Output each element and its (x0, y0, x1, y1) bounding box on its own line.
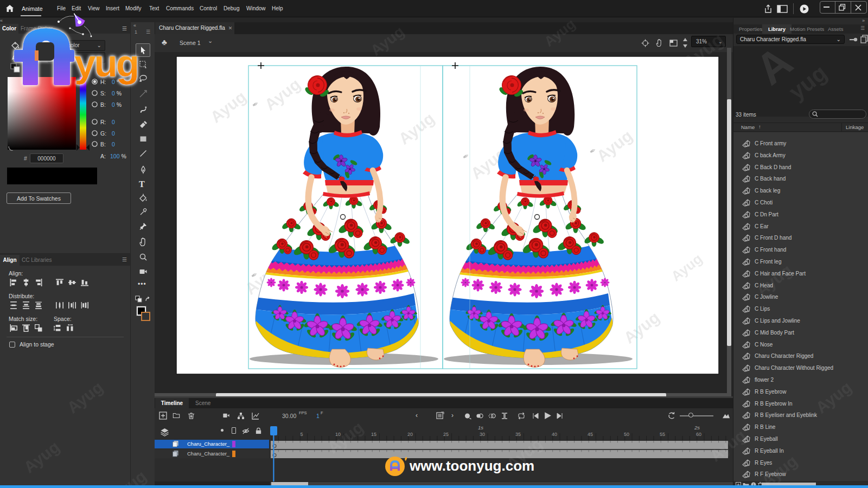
svg-text:2s: 2s (694, 425, 700, 431)
svg-text:55: 55 (660, 432, 665, 437)
svg-text:15: 15 (371, 432, 376, 437)
svg-text:30: 30 (480, 432, 485, 437)
svg-text:1s: 1s (478, 425, 483, 431)
svg-text:60: 60 (696, 432, 701, 437)
svg-text:40: 40 (552, 432, 557, 437)
svg-text:45: 45 (588, 432, 593, 437)
svg-text:10: 10 (335, 432, 341, 437)
svg-text:www.toonyug.com: www.toonyug.com (409, 458, 534, 474)
svg-text:25: 25 (443, 432, 449, 437)
svg-text:50: 50 (624, 432, 629, 437)
svg-text:20: 20 (407, 432, 413, 437)
svg-text:35: 35 (515, 432, 521, 437)
svg-text:5: 5 (300, 432, 303, 437)
svg-text:yug: yug (74, 42, 138, 85)
